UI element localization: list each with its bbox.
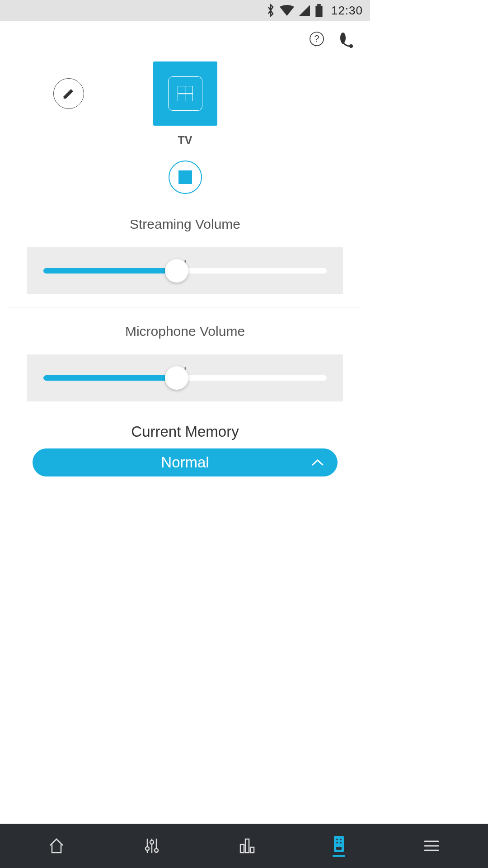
chevron-up-icon — [311, 459, 324, 466]
divider — [9, 307, 361, 307]
stop-button[interactable] — [169, 160, 202, 194]
help-icon[interactable]: ? — [309, 31, 325, 47]
tv-device-tile[interactable] — [153, 61, 217, 126]
memory-selector[interactable]: Normal — [33, 448, 338, 476]
slider-thumb[interactable] — [165, 259, 188, 283]
memory-section: Current Memory Normal — [0, 423, 370, 476]
battery-icon — [315, 4, 323, 17]
svg-text:?: ? — [314, 33, 319, 43]
wifi-icon — [280, 5, 294, 16]
slider-fill — [43, 375, 177, 381]
streaming-volume-label: Streaming Volume — [0, 217, 370, 232]
edit-button[interactable] — [53, 78, 84, 109]
pencil-icon — [62, 87, 75, 100]
app-header: ? — [0, 21, 370, 48]
status-bar: 12:30 — [0, 0, 370, 21]
microphone-volume-label: Microphone Volume — [0, 324, 370, 339]
tv-icon — [178, 86, 193, 101]
svg-point-4 — [349, 44, 353, 48]
status-time: 12:30 — [331, 4, 363, 18]
svg-rect-1 — [315, 6, 322, 17]
svg-rect-0 — [317, 4, 321, 6]
microphone-volume-slider[interactable] — [27, 354, 343, 401]
device-section: TV — [0, 61, 370, 194]
current-memory-label: Current Memory — [0, 423, 370, 440]
memory-value: Normal — [161, 454, 209, 471]
device-label: TV — [178, 134, 192, 147]
streaming-volume-slider[interactable] — [27, 247, 343, 294]
slider-thumb[interactable] — [165, 366, 188, 390]
bluetooth-icon — [266, 4, 275, 17]
cellular-icon — [299, 5, 310, 16]
hearing-aid-icon[interactable] — [337, 31, 357, 48]
stop-icon — [178, 170, 192, 184]
slider-fill — [43, 268, 177, 274]
